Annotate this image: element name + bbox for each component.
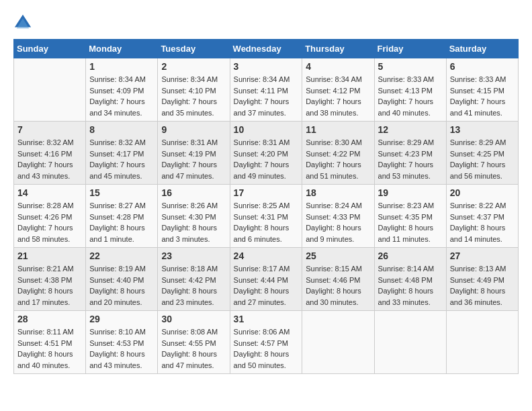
day-detail: Sunrise: 8:32 AMSunset: 4:17 PMDaylight:… (89, 137, 154, 181)
calendar-day-cell: 22Sunrise: 8:19 AMSunset: 4:40 PMDayligh… (86, 248, 158, 311)
day-number: 22 (89, 250, 154, 261)
calendar-day-cell (14, 58, 86, 122)
day-detail: Sunrise: 8:32 AMSunset: 4:16 PMDaylight:… (17, 137, 82, 181)
calendar-day-cell: 30Sunrise: 8:08 AMSunset: 4:55 PMDayligh… (158, 311, 230, 374)
calendar-table: SundayMondayTuesdayWednesdayThursdayFrid… (13, 39, 519, 374)
day-number: 1 (89, 61, 154, 72)
day-number: 8 (89, 124, 154, 135)
day-detail: Sunrise: 8:17 AMSunset: 4:44 PMDaylight:… (234, 263, 299, 308)
calendar-day-cell: 8Sunrise: 8:32 AMSunset: 4:17 PMDaylight… (86, 122, 158, 185)
day-detail: Sunrise: 8:15 AMSunset: 4:46 PMDaylight:… (306, 263, 370, 308)
day-detail: Sunrise: 8:29 AMSunset: 4:25 PMDaylight:… (450, 137, 515, 181)
day-number: 2 (161, 61, 226, 72)
day-detail: Sunrise: 8:11 AMSunset: 4:51 PMDaylight:… (17, 326, 82, 371)
day-number: 11 (306, 124, 370, 135)
day-detail: Sunrise: 8:18 AMSunset: 4:42 PMDaylight:… (161, 263, 226, 308)
calendar-day-cell: 27Sunrise: 8:13 AMSunset: 4:49 PMDayligh… (446, 248, 518, 311)
day-number: 21 (17, 250, 82, 261)
calendar-header-row: SundayMondayTuesdayWednesdayThursdayFrid… (14, 40, 519, 58)
calendar-day-cell (302, 311, 374, 374)
day-detail: Sunrise: 8:33 AMSunset: 4:13 PMDaylight:… (378, 74, 443, 118)
day-detail: Sunrise: 8:25 AMSunset: 4:31 PMDaylight:… (234, 200, 299, 244)
day-detail: Sunrise: 8:31 AMSunset: 4:20 PMDaylight:… (234, 137, 299, 181)
day-of-week-header: Tuesday (158, 40, 230, 58)
calendar-day-cell: 3Sunrise: 8:34 AMSunset: 4:11 PMDaylight… (230, 58, 302, 122)
logo-icon (13, 13, 32, 32)
calendar-day-cell: 29Sunrise: 8:10 AMSunset: 4:53 PMDayligh… (86, 311, 158, 374)
day-number: 26 (378, 250, 443, 261)
day-number: 25 (306, 250, 370, 261)
calendar-day-cell: 12Sunrise: 8:29 AMSunset: 4:23 PMDayligh… (374, 122, 446, 185)
day-number: 6 (450, 61, 515, 72)
calendar-day-cell (374, 311, 446, 374)
day-detail: Sunrise: 8:23 AMSunset: 4:35 PMDaylight:… (378, 200, 443, 244)
day-number: 28 (17, 314, 82, 324)
day-number: 18 (306, 187, 370, 198)
day-number: 3 (234, 61, 299, 72)
calendar-week-row: 7Sunrise: 8:32 AMSunset: 4:16 PMDaylight… (14, 122, 519, 185)
calendar-day-cell: 15Sunrise: 8:27 AMSunset: 4:28 PMDayligh… (86, 185, 158, 248)
day-detail: Sunrise: 8:28 AMSunset: 4:26 PMDaylight:… (17, 200, 82, 244)
page-header (13, 13, 519, 32)
calendar-week-row: 14Sunrise: 8:28 AMSunset: 4:26 PMDayligh… (14, 185, 519, 248)
day-detail: Sunrise: 8:14 AMSunset: 4:48 PMDaylight:… (378, 263, 443, 308)
day-detail: Sunrise: 8:34 AMSunset: 4:10 PMDaylight:… (161, 74, 226, 118)
day-detail: Sunrise: 8:24 AMSunset: 4:33 PMDaylight:… (306, 200, 370, 244)
day-detail: Sunrise: 8:33 AMSunset: 4:15 PMDaylight:… (450, 74, 515, 118)
day-of-week-header: Monday (86, 40, 158, 58)
calendar-day-cell: 18Sunrise: 8:24 AMSunset: 4:33 PMDayligh… (302, 185, 374, 248)
day-number: 9 (161, 124, 226, 135)
day-of-week-header: Sunday (14, 40, 86, 58)
calendar-day-cell: 16Sunrise: 8:26 AMSunset: 4:30 PMDayligh… (158, 185, 230, 248)
logo (13, 13, 35, 32)
calendar-day-cell: 20Sunrise: 8:22 AMSunset: 4:37 PMDayligh… (446, 185, 518, 248)
calendar-day-cell: 19Sunrise: 8:23 AMSunset: 4:35 PMDayligh… (374, 185, 446, 248)
day-detail: Sunrise: 8:08 AMSunset: 4:55 PMDaylight:… (161, 326, 226, 371)
calendar-day-cell: 7Sunrise: 8:32 AMSunset: 4:16 PMDaylight… (14, 122, 86, 185)
day-number: 29 (89, 314, 154, 324)
day-of-week-header: Friday (374, 40, 446, 58)
day-number: 23 (161, 250, 226, 261)
day-number: 30 (161, 314, 226, 324)
calendar-day-cell: 28Sunrise: 8:11 AMSunset: 4:51 PMDayligh… (14, 311, 86, 374)
day-detail: Sunrise: 8:34 AMSunset: 4:12 PMDaylight:… (306, 74, 370, 118)
day-detail: Sunrise: 8:21 AMSunset: 4:38 PMDaylight:… (17, 263, 82, 308)
calendar-day-cell: 1Sunrise: 8:34 AMSunset: 4:09 PMDaylight… (86, 58, 158, 122)
day-number: 15 (89, 187, 154, 198)
day-number: 27 (450, 250, 515, 261)
calendar-day-cell: 23Sunrise: 8:18 AMSunset: 4:42 PMDayligh… (158, 248, 230, 311)
day-number: 17 (234, 187, 299, 198)
day-detail: Sunrise: 8:26 AMSunset: 4:30 PMDaylight:… (161, 200, 226, 244)
calendar-day-cell: 14Sunrise: 8:28 AMSunset: 4:26 PMDayligh… (14, 185, 86, 248)
day-number: 24 (234, 250, 299, 261)
day-number: 19 (378, 187, 443, 198)
day-detail: Sunrise: 8:10 AMSunset: 4:53 PMDaylight:… (89, 326, 154, 371)
calendar-day-cell: 4Sunrise: 8:34 AMSunset: 4:12 PMDaylight… (302, 58, 374, 122)
day-detail: Sunrise: 8:29 AMSunset: 4:23 PMDaylight:… (378, 137, 443, 181)
calendar-week-row: 21Sunrise: 8:21 AMSunset: 4:38 PMDayligh… (14, 248, 519, 311)
day-number: 4 (306, 61, 370, 72)
calendar-day-cell: 13Sunrise: 8:29 AMSunset: 4:25 PMDayligh… (446, 122, 518, 185)
calendar-day-cell: 2Sunrise: 8:34 AMSunset: 4:10 PMDaylight… (158, 58, 230, 122)
day-of-week-header: Saturday (446, 40, 518, 58)
day-number: 16 (161, 187, 226, 198)
day-detail: Sunrise: 8:34 AMSunset: 4:11 PMDaylight:… (234, 74, 299, 118)
day-detail: Sunrise: 8:22 AMSunset: 4:37 PMDaylight:… (450, 200, 515, 244)
day-detail: Sunrise: 8:34 AMSunset: 4:09 PMDaylight:… (89, 74, 154, 118)
day-number: 10 (234, 124, 299, 135)
calendar-day-cell: 6Sunrise: 8:33 AMSunset: 4:15 PMDaylight… (446, 58, 518, 122)
day-detail: Sunrise: 8:31 AMSunset: 4:19 PMDaylight:… (161, 137, 226, 181)
day-number: 7 (17, 124, 82, 135)
day-number: 12 (378, 124, 443, 135)
day-detail: Sunrise: 8:19 AMSunset: 4:40 PMDaylight:… (89, 263, 154, 308)
day-detail: Sunrise: 8:13 AMSunset: 4:49 PMDaylight:… (450, 263, 515, 308)
calendar-day-cell: 26Sunrise: 8:14 AMSunset: 4:48 PMDayligh… (374, 248, 446, 311)
day-detail: Sunrise: 8:27 AMSunset: 4:28 PMDaylight:… (89, 200, 154, 244)
day-number: 14 (17, 187, 82, 198)
calendar-day-cell: 21Sunrise: 8:21 AMSunset: 4:38 PMDayligh… (14, 248, 86, 311)
calendar-day-cell: 24Sunrise: 8:17 AMSunset: 4:44 PMDayligh… (230, 248, 302, 311)
calendar-day-cell: 25Sunrise: 8:15 AMSunset: 4:46 PMDayligh… (302, 248, 374, 311)
calendar-week-row: 28Sunrise: 8:11 AMSunset: 4:51 PMDayligh… (14, 311, 519, 374)
day-of-week-header: Thursday (302, 40, 374, 58)
day-number: 20 (450, 187, 515, 198)
